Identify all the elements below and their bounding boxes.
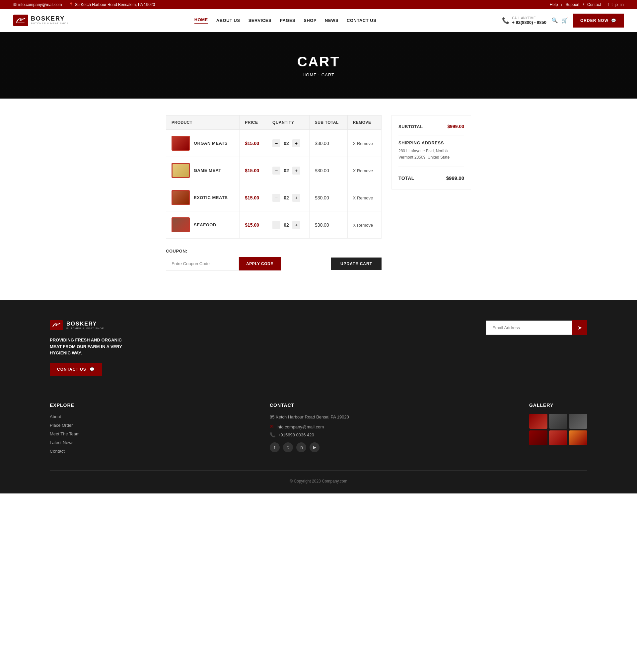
apply-code-button[interactable]: APPLY CODE — [239, 257, 281, 270]
qty-increase-button[interactable]: + — [292, 221, 300, 229]
twitter-icon[interactable]: t — [612, 2, 613, 7]
item-subtotal: $30.00 — [315, 141, 329, 146]
order-now-button[interactable]: ORDER NOW 💬 — [573, 14, 624, 28]
remove-button[interactable]: X Remove — [353, 196, 373, 200]
footer-brand: BOSKERY BUTCHER & MEAT SHOP PROVIDING FR… — [50, 320, 123, 376]
nav-about[interactable]: ABOUT US — [216, 18, 240, 23]
product-cell: GAME MEAT — [166, 157, 239, 184]
item-price: $15.00 — [245, 222, 259, 228]
qty-cell: − 02 + — [267, 130, 310, 157]
facebook-icon[interactable]: f — [607, 2, 609, 7]
shipping-label: SHIPPING ADDRESS — [398, 140, 464, 145]
contact-link[interactable]: Contact — [587, 2, 601, 7]
footer-linkedin-icon[interactable]: in — [296, 442, 306, 452]
phone-text: CALL ANYTIME + 92(8800) - 9850 — [512, 16, 546, 25]
footer-col-explore: EXPLORE About Place Order Meet The Team … — [50, 402, 90, 457]
footer-twitter-icon[interactable]: t — [283, 442, 293, 452]
remove-cell: X Remove — [347, 130, 381, 157]
explore-links: About Place Order Meet The Team Latest N… — [50, 414, 90, 454]
price-cell: $15.00 — [239, 184, 267, 212]
logo-svg — [15, 16, 26, 24]
pinterest-icon[interactable]: p — [615, 2, 618, 7]
cart-section: PRODUCT PRICE QUANTITY SUB TOTAL REMOVE … — [166, 115, 382, 270]
qty-increase-button[interactable]: + — [292, 139, 300, 147]
qty-cell: − 02 + — [267, 212, 310, 239]
contact-email: Info.company@mail.com — [276, 424, 324, 430]
remove-button[interactable]: X Remove — [353, 223, 373, 228]
nav-contact[interactable]: CONTACT US — [347, 18, 376, 23]
subtotal-cell: $30.00 — [309, 157, 347, 184]
product-name: ORGAN MEATS — [194, 141, 228, 146]
breadcrumb: HOME : CART — [303, 72, 334, 77]
nav-home[interactable]: HOME — [195, 17, 208, 23]
total-label: TOTAL — [398, 176, 414, 181]
search-icon[interactable]: 🔍 — [551, 17, 558, 23]
product-name: GAME MEAT — [194, 168, 221, 173]
qty-value: 02 — [283, 141, 290, 146]
remove-button[interactable]: X Remove — [353, 141, 373, 146]
explore-link-contact[interactable]: Contact — [50, 449, 65, 454]
table-row: EXOTIC MEATS $15.00 − 02 + $3 — [166, 184, 382, 212]
gallery-item[interactable] — [529, 431, 547, 446]
subtotal-cell: $30.00 — [309, 184, 347, 212]
gallery-item[interactable] — [529, 414, 547, 429]
qty-decrease-button[interactable]: − — [272, 194, 280, 202]
header-icons: 🔍 🛒 — [551, 17, 568, 23]
list-item: About — [50, 414, 90, 419]
explore-link-news[interactable]: Latest News — [50, 440, 74, 445]
nav-services[interactable]: SERVICES — [249, 18, 272, 23]
item-price: $15.00 — [245, 195, 259, 200]
explore-link-about[interactable]: About — [50, 414, 61, 419]
qty-increase-button[interactable]: + — [292, 167, 300, 175]
item-subtotal: $30.00 — [315, 195, 329, 200]
newsletter-input[interactable] — [486, 321, 572, 335]
breadcrumb-home[interactable]: HOME — [303, 72, 317, 77]
svg-point-1 — [55, 324, 57, 326]
top-bar: ✉ info.company@mail.com 📍 85 Ketch Harbo… — [0, 0, 637, 9]
update-cart-button[interactable]: UPDATE CART — [331, 257, 382, 270]
footer: BOSKERY BUTCHER & MEAT SHOP PROVIDING FR… — [0, 300, 637, 493]
email-info: ✉ info.company@mail.com — [13, 2, 62, 7]
footer-logo-text-block: BOSKERY BUTCHER & MEAT SHOP — [66, 321, 104, 330]
footer-facebook-icon[interactable]: f — [270, 442, 280, 452]
col-subtotal: SUB TOTAL — [309, 115, 347, 130]
subtotal-value: $999.00 — [447, 124, 464, 129]
remove-button[interactable]: X Remove — [353, 168, 373, 173]
nav-pages[interactable]: PAGES — [280, 18, 295, 23]
main-nav: HOME ABOUT US SERVICES PAGES SHOP NEWS C… — [195, 17, 377, 23]
cart-icon[interactable]: 🛒 — [561, 17, 568, 23]
instagram-icon[interactable]: in — [620, 2, 624, 7]
qty-decrease-button[interactable]: − — [272, 167, 280, 175]
footer-columns: EXPLORE About Place Order Meet The Team … — [50, 389, 587, 457]
coupon-input[interactable] — [166, 257, 239, 270]
qty-value: 02 — [283, 168, 290, 173]
qty-cell: − 02 + — [267, 184, 310, 212]
gallery-item[interactable] — [549, 414, 567, 429]
gallery-item[interactable] — [549, 431, 567, 446]
footer-contact-button[interactable]: CONTACT US 💬 — [50, 363, 102, 376]
divider — [398, 135, 464, 135]
support-link[interactable]: Support — [566, 2, 580, 7]
total-value: $999.00 — [446, 175, 464, 181]
cart-table: PRODUCT PRICE QUANTITY SUB TOTAL REMOVE … — [166, 115, 382, 239]
help-link[interactable]: Help — [550, 2, 558, 7]
social-links-footer: f t in ▶ — [270, 442, 349, 452]
newsletter-submit-button[interactable]: ➤ — [572, 320, 587, 335]
contact-phone-item: 📞 +915698 0036 420 — [270, 432, 349, 437]
explore-link-team[interactable]: Meet The Team — [50, 431, 79, 436]
qty-increase-button[interactable]: + — [292, 194, 300, 202]
price-cell: $15.00 — [239, 157, 267, 184]
gallery-title: GALLERY — [529, 402, 587, 408]
remove-cell: X Remove — [347, 157, 381, 184]
qty-decrease-button[interactable]: − — [272, 139, 280, 147]
qty-control: − 02 + — [272, 221, 304, 229]
gallery-item[interactable] — [569, 431, 587, 446]
explore-link-order[interactable]: Place Order — [50, 423, 73, 428]
qty-decrease-button[interactable]: − — [272, 221, 280, 229]
footer-youtube-icon[interactable]: ▶ — [310, 442, 320, 452]
nav-news[interactable]: NEWS — [325, 18, 339, 23]
logo-name: BOSKERY — [31, 16, 69, 22]
gallery-item[interactable] — [569, 414, 587, 429]
phone-block: 📞 CALL ANYTIME + 92(8800) - 9850 — [502, 16, 546, 25]
nav-shop[interactable]: SHOP — [304, 18, 316, 23]
